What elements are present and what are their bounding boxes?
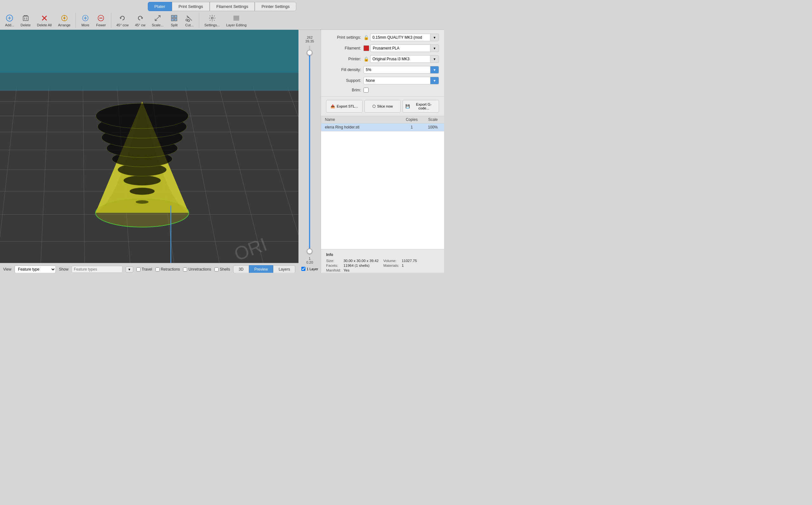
tab-print-settings[interactable]: Print Settings — [172, 2, 210, 11]
filament-dropdown[interactable]: ▼ — [430, 44, 439, 52]
toolbar: Add... Delete Delete All Arrange More Fe… — [0, 11, 444, 30]
feature-types-dropdown[interactable]: ▼ — [126, 267, 133, 273]
size-key: Size: — [326, 259, 341, 263]
viewport-container: ORI — [0, 30, 298, 273]
layer-bottom-sub: 0.20 — [307, 261, 313, 264]
svg-rect-23 — [171, 18, 174, 21]
col-scale-header: Scale — [421, 117, 440, 122]
info-grid: Size: 30.00 x 30.00 x 39.42 Volume: 1102… — [326, 259, 439, 272]
manifold-key: Manifold: — [326, 268, 341, 272]
print-settings-dropdown[interactable]: ▼ — [430, 34, 439, 41]
export-stl-button[interactable]: 📤 Export STL... — [326, 100, 363, 113]
support-select[interactable]: None — [364, 77, 430, 85]
delete-all-button[interactable]: Delete All — [35, 12, 54, 28]
svg-rect-3 — [23, 16, 28, 21]
layer-editing-label: Layer Editing — [226, 23, 246, 27]
support-label: Support: — [326, 78, 361, 83]
layer-editing-button[interactable]: Layer Editing — [224, 12, 249, 28]
feature-types-input[interactable] — [72, 266, 123, 273]
print-settings-select[interactable]: 0.15mm QUALITY MK3 (mod — [370, 34, 430, 41]
viewport-bottom: View Feature type Show ▼ Travel Retracti… — [0, 263, 298, 273]
col-copies-header: Copies — [402, 117, 421, 122]
slice-now-label: Slice now — [377, 104, 393, 108]
fill-density-select-container: 5% ▼ — [364, 66, 439, 73]
filament-select[interactable]: Prusament PLA — [371, 44, 430, 52]
fewer-icon — [96, 14, 105, 22]
delete-all-label: Delete All — [37, 23, 52, 27]
fill-density-row: Fill density: 5% ▼ — [326, 66, 439, 73]
facets-key: Facets: — [326, 264, 341, 268]
action-buttons: 📤 Export STL... ⬡ Slice now 💾 Export G-c… — [321, 97, 444, 116]
volume-key: Volume: — [384, 259, 399, 263]
brim-control — [364, 88, 439, 93]
svg-point-28 — [188, 20, 190, 22]
cut-icon — [185, 14, 194, 22]
retractions-checkbox[interactable] — [156, 268, 160, 272]
more-button[interactable]: More — [78, 12, 92, 28]
cut-button[interactable]: Cut... — [182, 12, 196, 28]
filament-control: Prusament PLA ▼ — [364, 44, 439, 52]
brim-checkbox[interactable] — [364, 88, 369, 93]
layer-top-value: 262 — [306, 35, 314, 39]
layer-slider-area: 262 39.35 1 0.20 1 Layer — [298, 30, 321, 273]
table-row[interactable]: elena Ring holder.stl 1 100% — [321, 123, 444, 131]
shells-checkbox[interactable] — [214, 268, 219, 272]
export-gcode-icon: 💾 — [405, 104, 410, 109]
svg-rect-24 — [174, 18, 177, 21]
toolbar-divider-3 — [199, 13, 199, 28]
layer-count-checkbox[interactable] — [301, 267, 306, 271]
print-settings-label: Print settings: — [326, 35, 361, 40]
fill-density-select[interactable]: 5% — [364, 66, 430, 73]
printer-dropdown[interactable]: ▼ — [430, 55, 439, 63]
unretractions-checkbox[interactable] — [183, 268, 187, 272]
tab-filament-settings[interactable]: Filament Settings — [210, 2, 255, 11]
settings-area: Print settings: 🔒 0.15mm QUALITY MK3 (mo… — [321, 30, 444, 97]
rotate-cw-button[interactable]: 45° cw — [132, 12, 148, 28]
object-scale: 100% — [421, 125, 440, 129]
view-label: View — [3, 267, 11, 272]
cut-label: Cut... — [185, 23, 194, 27]
view-mode-3d[interactable]: 3D — [233, 265, 249, 273]
fewer-button[interactable]: Fewer — [93, 12, 109, 28]
view-mode-preview[interactable]: Preview — [249, 265, 273, 273]
print-settings-row: Print settings: 🔒 0.15mm QUALITY MK3 (mo… — [326, 34, 439, 41]
delete-button[interactable]: Delete — [18, 12, 33, 28]
export-gcode-button[interactable]: 💾 Export G-code... — [403, 100, 439, 113]
delete-icon — [21, 14, 30, 22]
printer-select[interactable]: Original Prusa i3 MK3 — [370, 55, 430, 63]
rotate-ccw-label: 45° ccw — [117, 23, 129, 27]
manifold-value: Yes — [344, 268, 381, 272]
tab-plater[interactable]: Plater — [148, 2, 172, 11]
scale-button[interactable]: Scale... — [149, 12, 166, 28]
view-select-container: Feature type — [15, 266, 56, 273]
support-control: None ▼ — [364, 77, 439, 85]
arrange-button[interactable]: Arrange — [55, 12, 73, 28]
retractions-checkbox-label: Retractions — [156, 267, 180, 272]
add-icon — [5, 14, 14, 22]
fill-density-dropdown[interactable]: ▼ — [430, 66, 439, 73]
add-button[interactable]: Add... — [3, 12, 17, 28]
layer-slider-thumb-bottom[interactable] — [307, 248, 313, 254]
slice-now-button[interactable]: ⬡ Slice now — [365, 100, 401, 113]
travel-checkbox[interactable] — [136, 268, 141, 272]
svg-point-68 — [95, 198, 189, 227]
printer-control: 🔒 Original Prusa i3 MK3 ▼ — [364, 55, 439, 63]
info-area: Info Size: 30.00 x 30.00 x 39.42 Volume:… — [321, 249, 444, 273]
split-button[interactable]: Split — [167, 12, 181, 28]
support-dropdown[interactable]: ▼ — [430, 77, 439, 85]
layer-slider-thumb-top[interactable] — [307, 50, 313, 55]
rotate-cw-label: 45° cw — [135, 23, 145, 27]
viewport-3d[interactable]: ORI — [0, 30, 298, 263]
settings-button[interactable]: Settings... — [202, 12, 222, 28]
split-label: Split — [171, 23, 178, 27]
view-select[interactable]: Feature type — [15, 266, 56, 273]
tab-printer-settings[interactable]: Printer Settings — [255, 2, 296, 11]
object-copies: 1 — [402, 125, 421, 129]
view-mode-layers[interactable]: Layers — [273, 265, 295, 273]
object-name: elena Ring holder.stl — [325, 125, 402, 129]
rotate-ccw-button[interactable]: 45° ccw — [114, 12, 131, 28]
view-mode-buttons: 3D Preview Layers — [233, 265, 295, 273]
svg-point-27 — [186, 19, 188, 21]
svg-point-12 — [63, 17, 65, 19]
svg-point-61 — [124, 175, 161, 186]
